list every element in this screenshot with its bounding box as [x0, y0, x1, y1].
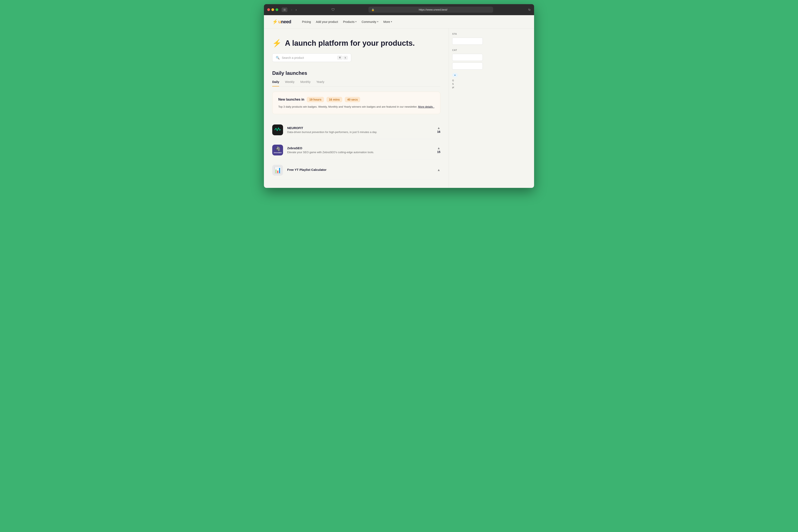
- community-chevron-icon: ▾: [377, 20, 378, 23]
- product-list: NEUROFIT Data-driven burnout prevention …: [272, 121, 440, 179]
- mins-badge: 16 mins: [326, 97, 342, 102]
- nav-arrows: ‹ ›: [290, 7, 298, 12]
- traffic-lights: [267, 8, 278, 11]
- nav-add-product[interactable]: Add your product: [316, 20, 338, 23]
- browser-window: ⊞ ‹ › 🛡 🔒 https://www.uneed.best/ ↻ ⚡ un…: [264, 4, 534, 188]
- k-key: K: [343, 56, 348, 60]
- lock-icon: 🔒: [372, 8, 375, 11]
- neurofit-info: NEUROFIT Data-driven burnout prevention …: [287, 126, 433, 134]
- neurofit-desc: Data-driven burnout prevention for high-…: [287, 131, 433, 134]
- zebraseo-info: ZebraSEO Elevate your SEO game with Zebr…: [287, 146, 433, 154]
- browser-chrome: ⊞ ‹ › 🛡 🔒 https://www.uneed.best/ ↻: [264, 4, 534, 15]
- hero-section: ⚡ A launch platform for your products.: [272, 39, 440, 48]
- zebraseo-icon-label: ZebraSEO: [274, 152, 282, 154]
- search-placeholder: Search a product: [282, 56, 335, 59]
- zebraseo-name: ZebraSEO: [287, 146, 433, 150]
- page-layout: ⚡ A launch platform for your products. 🔍…: [264, 28, 534, 188]
- neurofit-vote-count: 16: [437, 130, 440, 133]
- zebraseo-icon: 🦓 ZebraSEO: [272, 145, 283, 155]
- nav-pricing[interactable]: Pricing: [302, 20, 311, 23]
- search-icon: 🔍: [276, 56, 280, 60]
- address-bar[interactable]: 🔒 https://www.uneed.best/: [368, 7, 493, 13]
- sidebar-stats-input: [452, 38, 483, 45]
- secs-badge: 40 secs: [345, 97, 360, 102]
- hero-title: A launch platform for your products.: [285, 39, 415, 48]
- zebraseo-vote-area: ▲ 15: [437, 147, 440, 154]
- url-text: https://www.uneed.best/: [376, 8, 490, 11]
- nav-products[interactable]: Products ▾: [343, 20, 357, 23]
- neurofit-upvote-button[interactable]: ▲: [437, 126, 440, 130]
- sidebar-sponsor-text: GSpl: [452, 79, 483, 89]
- product-item[interactable]: 🦓 ZebraSEO ZebraSEO Elevate your SEO gam…: [272, 141, 440, 159]
- neurofit-name: NEUROFIT: [287, 126, 433, 130]
- search-bar[interactable]: 🔍 Search a product ⌘ K: [272, 53, 351, 62]
- ytcalc-name: Free YT Playlist Calculator: [287, 168, 433, 171]
- products-chevron-icon: ▾: [355, 20, 357, 23]
- zebraseo-vote-count: 15: [437, 150, 440, 154]
- close-button[interactable]: [267, 8, 270, 11]
- minimize-button[interactable]: [271, 8, 274, 11]
- section-title: Daily launches: [272, 70, 440, 76]
- browser-content: ⚡ uneed Pricing Add your product Product…: [264, 15, 534, 188]
- more-details-link[interactable]: More details .: [418, 105, 434, 108]
- hours-badge: 19 hours: [307, 97, 324, 102]
- nav-links: Pricing Add your product Products ▾ Comm…: [302, 20, 526, 23]
- launch-label: New launches in: [278, 98, 304, 101]
- sidebar-sponsor-badge: ●: [452, 73, 458, 77]
- lightning-icon: ⚡: [272, 39, 282, 48]
- tab-group: Daily Weekly Monthly Yearly: [272, 80, 440, 87]
- product-item[interactable]: 📊 Free YT Playlist Calculator ▲: [272, 161, 440, 179]
- search-shortcut: ⌘ K: [337, 56, 348, 60]
- sidebar-stats-title: STA: [452, 33, 483, 35]
- main-content: ⚡ A launch platform for your products. 🔍…: [264, 28, 449, 188]
- nav-more[interactable]: More ▾: [383, 20, 392, 23]
- ytcalc-vote-area: ▲: [437, 168, 440, 172]
- ytcalc-icon-symbol: 📊: [274, 167, 281, 173]
- nav-community[interactable]: Community ▾: [362, 20, 378, 23]
- zebraseo-upvote-button[interactable]: ▲: [437, 147, 440, 150]
- logo-text: uneed: [278, 19, 291, 24]
- sidebar-toggle-button[interactable]: ⊞: [282, 7, 287, 12]
- tab-weekly[interactable]: Weekly: [285, 80, 294, 87]
- fullscreen-button[interactable]: [276, 8, 278, 11]
- launch-banner-top: New launches in 19 hours 16 mins 40 secs: [278, 97, 434, 102]
- tab-monthly[interactable]: Monthly: [300, 80, 310, 87]
- product-item[interactable]: NEUROFIT Data-driven burnout prevention …: [272, 121, 440, 139]
- zebraseo-desc: Elevate your SEO game with ZebraSEO's cu…: [287, 151, 433, 154]
- launch-description: Top 3 daily products win badges. Weekly,…: [278, 105, 434, 109]
- tab-yearly[interactable]: Yearly: [316, 80, 324, 87]
- navbar: ⚡ uneed Pricing Add your product Product…: [264, 15, 534, 28]
- refresh-button[interactable]: ↻: [528, 8, 531, 12]
- neurofit-icon: [272, 125, 283, 135]
- logo-icon: ⚡: [272, 19, 278, 24]
- sidebar-category-input-2: [452, 62, 483, 70]
- ytcalc-upvote-button[interactable]: ▲: [437, 168, 440, 172]
- forward-button[interactable]: ›: [294, 7, 298, 12]
- neurofit-vote-area: ▲ 16: [437, 126, 440, 133]
- sidebar-sponsor: ● GSpl: [452, 73, 483, 89]
- tab-daily[interactable]: Daily: [272, 80, 279, 87]
- cmd-key: ⌘: [337, 56, 342, 60]
- ytcalc-info: Free YT Playlist Calculator: [287, 168, 433, 172]
- shield-icon: 🛡: [331, 8, 335, 12]
- launch-banner: New launches in 19 hours 16 mins 40 secs…: [272, 92, 440, 114]
- back-button[interactable]: ‹: [290, 7, 293, 12]
- sidebar-categories-title: CAT: [452, 49, 483, 51]
- more-chevron-icon: ▾: [391, 20, 392, 23]
- logo[interactable]: ⚡ uneed: [272, 19, 291, 24]
- sidebar-category-input-1: [452, 54, 483, 61]
- ytcalc-icon: 📊: [272, 165, 283, 176]
- right-sidebar: STA CAT ● GSpl: [449, 28, 486, 188]
